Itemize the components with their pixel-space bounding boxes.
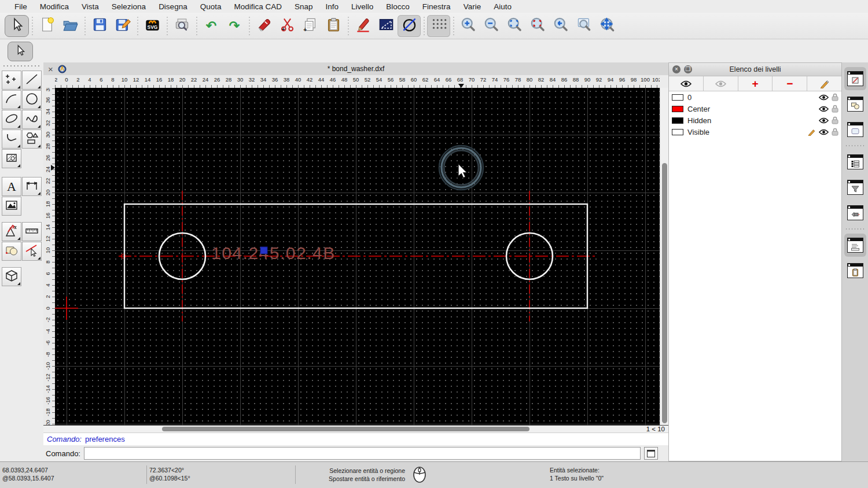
dock-block-list-button[interactable] [844,93,866,116]
circle-tool[interactable] [22,90,42,109]
ruler-label: 80 [527,76,533,83]
copy-button[interactable]: + [299,15,322,37]
layer-color-swatch [672,117,683,124]
solid-3d-tool[interactable] [2,267,21,286]
ruler-label: 34 [45,109,51,115]
line-tool[interactable] [22,71,42,90]
layer-row-0[interactable]: 0 [669,91,841,103]
layer-row-visible[interactable]: Visible [669,126,841,138]
menu-seleziona[interactable]: Seleziona [105,2,152,11]
new-document-button[interactable] [35,15,58,37]
pen-edit-button[interactable] [351,15,374,37]
menu-aiuto[interactable]: Aiuto [487,2,518,11]
dock-clipboard-button[interactable] [844,259,866,282]
polygon-shapes-tool[interactable] [22,130,42,149]
dock-library-browser-button[interactable] [844,118,866,141]
open-file-button[interactable] [58,15,82,37]
mouse-pointer [458,164,467,178]
spline-icon [25,112,39,128]
points-tool[interactable] [2,71,21,90]
save-button[interactable] [88,15,111,37]
ruler-label: -2 [55,76,57,83]
menu-info[interactable]: Info [319,2,345,11]
vertical-scrollbar[interactable] [660,88,668,425]
ruler-label: 86 [561,76,568,83]
minus-icon: − [786,78,793,89]
menu-snap[interactable]: Snap [288,2,319,11]
zoom-out-button[interactable] [480,15,503,37]
zoom-in-button[interactable] [457,15,480,37]
dock-command-line-button[interactable] [844,234,866,257]
hatch-tool[interactable] [2,149,21,168]
modify-shapes-tool[interactable] [2,242,21,261]
dock-layer-list-button[interactable] [844,67,866,90]
layer-row-hidden[interactable]: Hidden [669,114,841,126]
menu-quota[interactable]: Quota [194,2,228,11]
measure-tool[interactable] [22,222,42,241]
vertical-scrollbar-thumb[interactable] [662,163,667,423]
zoom-selected-button[interactable] [526,15,549,37]
circle-line-tool-button[interactable] [398,15,421,37]
save-as-button[interactable] [111,15,134,37]
polyline-tool[interactable] [2,130,21,149]
menu-varie[interactable]: Varie [457,2,488,11]
menu-finestra[interactable]: Finestra [416,2,457,11]
grid-toggle-button[interactable] [427,15,450,37]
image-tool[interactable] [2,197,21,216]
menu-modifica-cad[interactable]: Modifica CAD [227,2,288,11]
palette-select-button[interactable] [8,42,33,61]
zoom-out-icon [484,17,499,35]
cursor-position-marker-h [458,84,464,88]
zoom-window-button[interactable] [572,15,595,37]
paste-button[interactable] [322,15,345,37]
menu-blocco[interactable]: Blocco [380,2,416,11]
horizontal-scrollbar-thumb[interactable] [162,427,529,431]
menu-modifica[interactable]: Modifica [34,2,75,11]
dock-entity-filter-button[interactable] [844,176,866,199]
add-layer-button[interactable]: + [738,76,773,91]
zoom-pan-button[interactable] [595,15,619,37]
horizontal-scrollbar[interactable]: 1 < 10 [43,425,668,432]
dimension-tool[interactable] [22,177,42,196]
print-preview-button[interactable] [170,15,193,37]
edit-layer-button[interactable] [807,76,841,91]
undo-button[interactable]: ↶ [200,15,223,37]
main-toolbar: SVG ↶ ↷ + + [0,13,868,39]
menu-disegna[interactable]: Disegna [152,2,194,11]
menu-vista[interactable]: Vista [75,2,105,11]
dock-entity-list-button[interactable] [844,150,866,173]
ruler-label: 28 [45,143,51,150]
menu-livello[interactable]: Livello [345,2,380,11]
redo-button[interactable]: ↷ [223,15,246,37]
print-preview-icon [174,17,190,35]
text-tool[interactable]: A [2,177,21,196]
ruler-label: 30 [237,76,244,83]
modify-tools[interactable] [2,222,21,241]
select-cursor-button[interactable] [5,15,29,37]
hide-all-layers-button[interactable] [704,76,738,91]
zoom-in-icon [461,17,476,35]
menu-file[interactable]: File [8,2,34,11]
command-row: Comando: [43,445,668,461]
dimension-style-button[interactable] [374,15,398,37]
remove-layer-button[interactable]: − [773,76,807,91]
redo-icon: ↷ [229,20,240,32]
arc-tool[interactable] [2,90,21,109]
dock-pen-palette-button[interactable] [844,201,866,224]
svg-export-button[interactable]: SVG [141,15,164,37]
menu-bar: File Modifica Vista Seleziona Disegna Qu… [0,0,868,13]
show-all-layers-button[interactable] [669,76,704,91]
ruler-label: 36 [45,97,51,103]
spline-tool[interactable] [22,110,42,129]
command-input[interactable] [84,447,641,460]
zoom-auto-button[interactable] [503,15,526,37]
zoom-previous-button[interactable] [549,15,572,37]
layer-row-center[interactable]: Center [669,103,841,114]
delete-button[interactable] [252,15,275,37]
cut-button[interactable]: + [275,15,299,37]
select-entity-tool[interactable] [22,242,42,261]
ellipse-tool[interactable] [2,110,21,129]
drawing-canvas[interactable]: 104.245.02.4B [55,88,660,425]
command-detach-button[interactable] [644,447,658,460]
dock-separator [845,145,866,147]
